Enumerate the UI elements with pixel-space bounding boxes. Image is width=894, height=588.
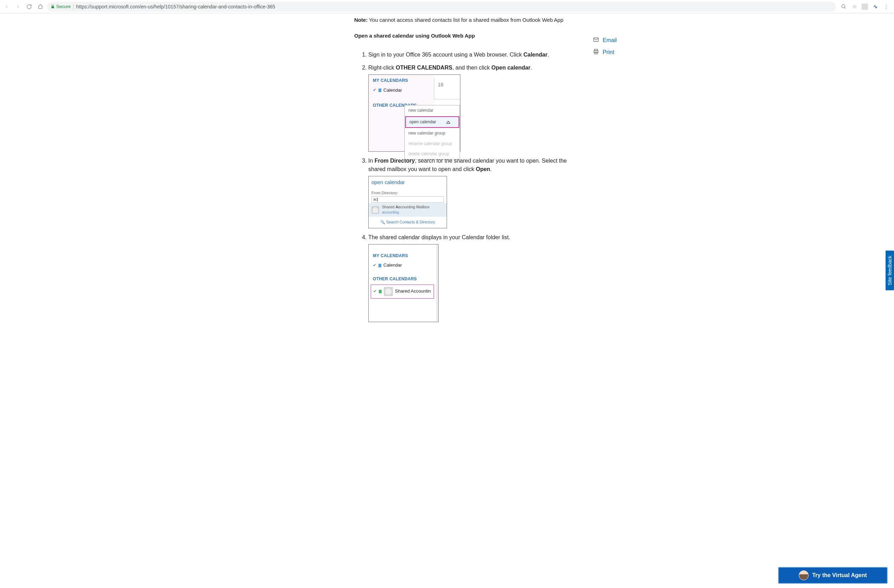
article-actions: Email Print xyxy=(593,35,635,58)
screenshot-open-calendar-dialog: open calendar From Directory: ac Shared … xyxy=(368,176,447,228)
email-link[interactable]: Email xyxy=(593,35,635,46)
context-menu: new calendar open calendar new calendar … xyxy=(405,105,460,160)
print-label: Print xyxy=(603,49,614,56)
zoom-icon[interactable] xyxy=(840,3,848,11)
screenshot-calendar-folder-list: MY CALENDARS ✔ Calendar OTHER CALENDARS … xyxy=(368,244,439,322)
menu-rename-group: rename calendar group xyxy=(405,139,460,149)
suggestion-name: Shared Accounting Mailbox xyxy=(382,204,429,210)
shared-calendar-row: ✔ Shared Accountin xyxy=(371,285,434,299)
my-calendars-header: MY CALENDARS xyxy=(368,250,436,261)
chrome-right-icons: ☆ ∿ ⋮ xyxy=(838,3,892,11)
forward-button[interactable] xyxy=(14,2,23,11)
extension-box-icon[interactable] xyxy=(861,3,869,11)
step-4: The shared calendar displays in your Cal… xyxy=(368,233,579,322)
check-icon: ✔ xyxy=(373,262,376,268)
back-button[interactable] xyxy=(2,2,11,11)
email-icon xyxy=(593,36,599,44)
calendar-color-icon xyxy=(379,264,381,267)
email-label: Email xyxy=(603,37,617,44)
svg-point-0 xyxy=(842,5,845,8)
menu-new-group: new calendar group xyxy=(405,128,460,139)
shared-calendar-name: Shared Accountin xyxy=(395,288,431,295)
steps-list: Sign in to your Office 365 account using… xyxy=(354,51,579,322)
secure-indicator: Secure xyxy=(51,4,71,9)
cursor-icon xyxy=(446,120,452,128)
reload-button[interactable] xyxy=(24,2,34,11)
step-1: Sign in to your Office 365 account using… xyxy=(368,51,579,59)
calendar-color-icon xyxy=(379,89,381,92)
article-column: Note: You cannot access shared contacts … xyxy=(354,17,579,322)
calendar-row: ✔ Calendar xyxy=(368,86,434,95)
browser-toolbar: Secure | https://support.microsoft.com/e… xyxy=(0,0,894,14)
calendar-label: Calendar xyxy=(384,87,402,94)
avatar-icon xyxy=(384,287,393,296)
extension-diamond-icon[interactable]: ∿ xyxy=(871,3,879,11)
search-contacts-link: 🔍 Search Contacts & Directory xyxy=(368,217,447,228)
note-label: Note: xyxy=(354,17,368,23)
print-icon xyxy=(593,48,599,56)
search-icon: 🔍 xyxy=(380,220,385,224)
calendar-label: Calendar xyxy=(384,262,402,269)
url-text: https://support.microsoft.com/en-us/help… xyxy=(76,4,275,9)
calendar-row: ✔ Calendar xyxy=(368,261,436,270)
bookmark-star-icon[interactable]: ☆ xyxy=(850,3,858,11)
note-paragraph: Note: You cannot access shared contacts … xyxy=(354,17,579,23)
directory-input: ac xyxy=(371,196,444,203)
menu-dots-icon[interactable]: ⋮ xyxy=(882,3,890,11)
address-bar[interactable]: Secure | https://support.microsoft.com/e… xyxy=(47,2,836,12)
step-3: In From Directory, search for the shared… xyxy=(368,157,579,228)
step-2: Right-click OTHER CALENDARS, and then cl… xyxy=(368,63,579,152)
svg-rect-4 xyxy=(595,52,597,54)
my-calendars-header: MY CALENDARS xyxy=(368,75,434,86)
check-icon: ✔ xyxy=(373,288,377,294)
site-feedback-tab[interactable]: Site feedback xyxy=(886,251,894,291)
calendar-color-icon xyxy=(379,290,382,293)
other-calendars-header: OTHER CALENDARS xyxy=(368,270,436,284)
menu-delete-group: delete calendar group xyxy=(405,149,460,159)
dialog-title: open calendar xyxy=(368,176,447,187)
from-directory-label: From Directory: xyxy=(368,187,447,197)
check-icon: ✔ xyxy=(373,87,376,93)
suggestion-row: Shared Accounting Mailbox accounting xyxy=(368,203,447,216)
avatar-icon xyxy=(371,206,379,214)
calendar-day-cell: 18 xyxy=(434,78,460,100)
menu-new-calendar: new calendar xyxy=(405,106,460,116)
screenshot-context-menu: MY CALENDARS ✔ Calendar OTHER CALENDARS … xyxy=(368,74,461,152)
print-link[interactable]: Print xyxy=(593,46,635,58)
note-text: You cannot access shared contacts list f… xyxy=(368,17,563,23)
secure-label: Secure xyxy=(56,4,71,9)
suggestion-sub: accounting xyxy=(382,210,429,215)
home-button[interactable] xyxy=(36,2,45,11)
page-content: Note: You cannot access shared contacts … xyxy=(208,14,686,348)
section-heading: Open a shared calendar using Outlook Web… xyxy=(354,33,579,39)
